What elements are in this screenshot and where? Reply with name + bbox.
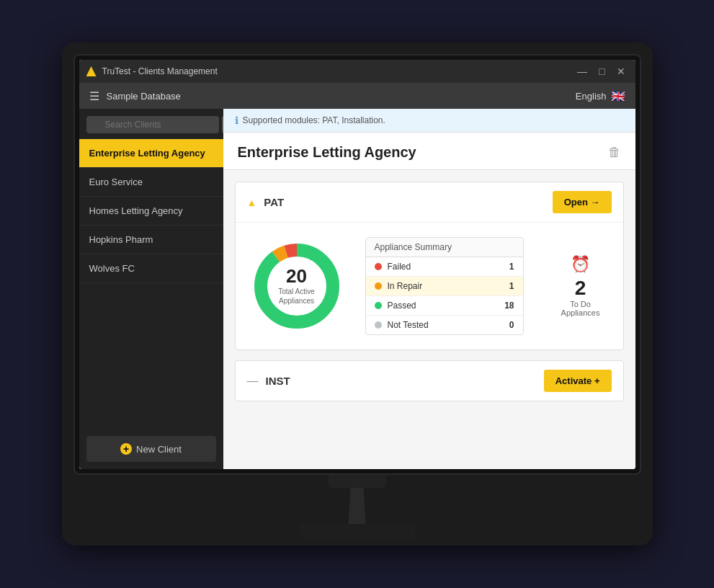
donut-total: 20 [278,267,315,285]
passed-label: Passed [388,300,505,311]
pat-body: 20 Total Active Appliances [236,223,623,349]
pat-chevron-icon: ▲ [247,197,257,208]
delete-icon[interactable]: 🗑 [608,145,621,160]
search-input[interactable] [86,116,219,133]
search-area: 🔍 ▼ [79,109,223,139]
failed-count: 1 [509,262,514,272]
passed-count: 18 [504,300,514,311]
nottested-dot [375,321,382,329]
client-item-hopkins[interactable]: Hopkins Pharm [79,226,223,254]
window-title: TruTest - Clients Management [102,66,218,76]
inst-activate-button[interactable]: Activate + [544,370,612,392]
donut-label: Total Active Appliances [278,287,315,306]
maximize-button[interactable]: □ [596,66,607,77]
client-list: Enterprise Letting Agency Euro Service H… [79,139,223,429]
donut-center: 20 Total Active Appliances [278,267,315,306]
todo-container: ⏰ 2 To Do Appliances [553,255,609,317]
window-controls: — □ ✕ [574,66,628,77]
info-icon: ℹ [235,115,238,126]
title-bar: TruTest - Clients Management — □ ✕ [79,60,635,83]
monitor-stand-base [300,524,415,538]
menu-bar-right: English 🇬🇧 [576,89,625,103]
passed-dot [375,302,382,309]
menu-bar-left: ☰ Sample Database [89,89,181,103]
language-label: English [576,91,607,102]
inst-module: — INST Activate + [235,360,624,401]
app-body: 🔍 ▼ Enterprise Letting Agency Euro Servi… [79,109,635,469]
sidebar: 🔍 ▼ Enterprise Letting Agency Euro Servi… [79,109,223,469]
pat-header-left: ▲ PAT [247,196,285,208]
client-item-wolves[interactable]: Wolves FC [79,254,223,283]
database-label: Sample Database [107,91,181,102]
menu-bar: ☰ Sample Database English 🇬🇧 [79,83,635,109]
hamburger-icon[interactable]: ☰ [89,89,99,103]
new-client-label: New Client [136,444,182,455]
summary-row-passed: Passed 18 [366,296,523,316]
info-bar: ℹ Supported modules: PAT, Installation. [223,109,635,133]
screen: TruTest - Clients Management — □ ✕ ☰ Sam… [79,60,635,469]
app-icon [86,66,97,76]
monitor-stand-pole [347,488,368,524]
clock-icon: ⏰ [571,255,590,274]
flag-icon: 🇬🇧 [611,89,625,103]
summary-title: Appliance Summary [366,238,523,257]
monitor: TruTest - Clients Management — □ ✕ ☰ Sam… [62,43,653,545]
nottested-count: 0 [509,320,514,330]
inrepair-label: In Repair [388,281,509,291]
main-content: ℹ Supported modules: PAT, Installation. … [223,109,635,469]
info-message: Supported modules: PAT, Installation. [243,115,385,125]
screen-bezel: TruTest - Clients Management — □ ✕ ☰ Sam… [73,54,641,475]
failed-dot [375,263,382,270]
search-wrapper: 🔍 [86,116,219,133]
client-item-homes[interactable]: Homes Letting Agency [79,197,223,226]
inst-minus-icon: — [247,375,259,388]
client-item-enterprise[interactable]: Enterprise Letting Agency [79,139,223,168]
minimize-button[interactable]: — [574,66,590,77]
close-button[interactable]: ✕ [614,66,628,77]
plus-icon: + [120,443,132,455]
content-body: ▲ PAT Open → [223,170,635,423]
page-title: Enterprise Letting Agency [238,144,416,161]
new-client-button[interactable]: + New Client [86,436,216,462]
pat-module: ▲ PAT Open → [235,182,624,350]
pat-module-header: ▲ PAT Open → [236,182,623,223]
inrepair-dot [375,282,382,290]
inst-module-header: — INST Activate + [236,361,623,401]
client-item-euro[interactable]: Euro Service [79,168,223,197]
todo-count: 2 [575,277,586,300]
title-bar-left: TruTest - Clients Management [86,66,218,76]
content-header: Enterprise Letting Agency 🗑 [223,133,635,170]
todo-label: To Do Appliances [553,300,609,317]
pat-module-title: PAT [264,196,284,208]
summary-row-failed: Failed 1 [366,257,523,277]
monitor-stand-top [329,475,386,488]
inrepair-count: 1 [509,281,514,291]
inst-module-title: INST [266,375,290,387]
appliance-summary: Appliance Summary Failed 1 In Repair [365,237,524,335]
summary-row-nottested: Not Tested 0 [366,316,523,334]
failed-label: Failed [388,262,509,272]
pat-open-button[interactable]: Open → [553,191,612,213]
summary-row-inrepair: In Repair 1 [366,277,523,296]
nottested-label: Not Tested [388,320,509,330]
donut-chart: 20 Total Active Appliances [250,239,344,333]
inst-header-left: — INST [247,375,290,388]
